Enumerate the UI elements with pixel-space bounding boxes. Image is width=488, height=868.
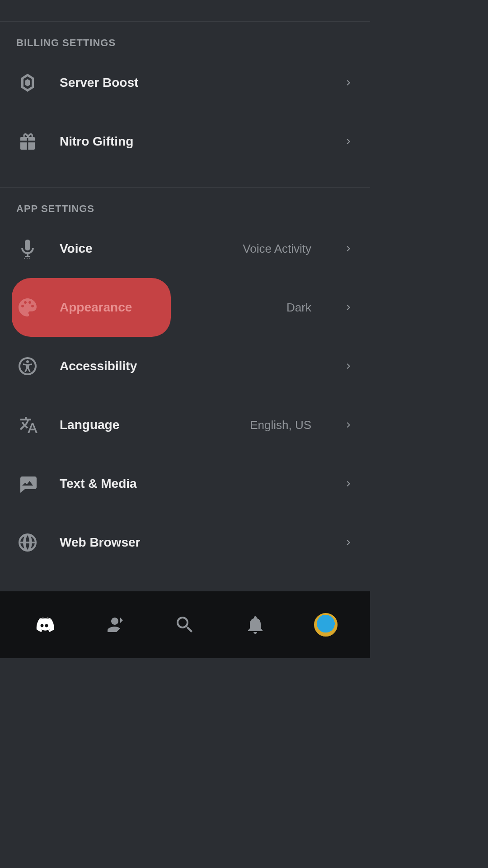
translate-icon — [16, 414, 39, 436]
item-value: English, US — [250, 418, 311, 432]
item-label: Server Boost — [60, 75, 322, 90]
item-label: Nitro Gifting — [60, 134, 322, 149]
section-title-billing: BILLING SETTINGS — [0, 22, 370, 53]
chevron-right-icon — [343, 537, 354, 548]
chevron-right-icon — [343, 478, 354, 489]
nav-search[interactable] — [171, 611, 198, 638]
item-web-browser[interactable]: Web Browser — [0, 513, 370, 572]
nav-profile[interactable] — [312, 611, 339, 638]
palette-icon — [16, 296, 39, 319]
chevron-right-icon — [343, 77, 354, 88]
top-spacer — [0, 0, 370, 22]
accessibility-icon — [16, 355, 39, 377]
item-nitro-gifting[interactable]: Nitro Gifting — [0, 112, 370, 171]
item-label: Accessibility — [60, 359, 322, 373]
item-appearance[interactable]: Appearance Dark — [0, 278, 370, 337]
item-label: Language — [60, 418, 229, 432]
item-text-media[interactable]: Text & Media — [0, 454, 370, 513]
friends-icon — [104, 614, 126, 636]
nav-home[interactable] — [31, 611, 58, 638]
item-label: Appearance — [60, 300, 266, 315]
section-title-app: APP SETTINGS — [0, 188, 370, 219]
nav-notifications[interactable] — [242, 611, 269, 638]
chevron-right-icon — [343, 302, 354, 313]
settings-screen: BILLING SETTINGS Server Boost Nitro Gift… — [0, 0, 370, 658]
item-label: Web Browser — [60, 535, 322, 550]
gift-icon — [16, 130, 39, 153]
globe-icon — [16, 531, 39, 554]
chevron-right-icon — [343, 420, 354, 430]
settings-content: BILLING SETTINGS Server Boost Nitro Gift… — [0, 0, 370, 591]
item-value: Voice Activity — [243, 242, 311, 256]
item-label: Text & Media — [60, 476, 322, 491]
search-icon — [174, 614, 196, 636]
chevron-right-icon — [343, 136, 354, 147]
item-value: Dark — [286, 301, 311, 315]
microphone-icon — [16, 237, 39, 260]
item-label: Voice — [60, 241, 222, 256]
discord-logo-icon — [33, 614, 55, 636]
item-voice[interactable]: Voice Voice Activity — [0, 219, 370, 278]
chevron-right-icon — [343, 243, 354, 254]
avatar-icon — [314, 613, 338, 637]
boost-icon — [16, 71, 39, 94]
chevron-right-icon — [343, 361, 354, 372]
nav-friends[interactable] — [101, 611, 128, 638]
item-accessibility[interactable]: Accessibility — [0, 337, 370, 396]
image-message-icon — [16, 472, 39, 495]
bell-icon — [244, 614, 266, 636]
item-server-boost[interactable]: Server Boost — [0, 53, 370, 112]
bottom-nav — [0, 591, 370, 658]
item-language[interactable]: Language English, US — [0, 396, 370, 454]
